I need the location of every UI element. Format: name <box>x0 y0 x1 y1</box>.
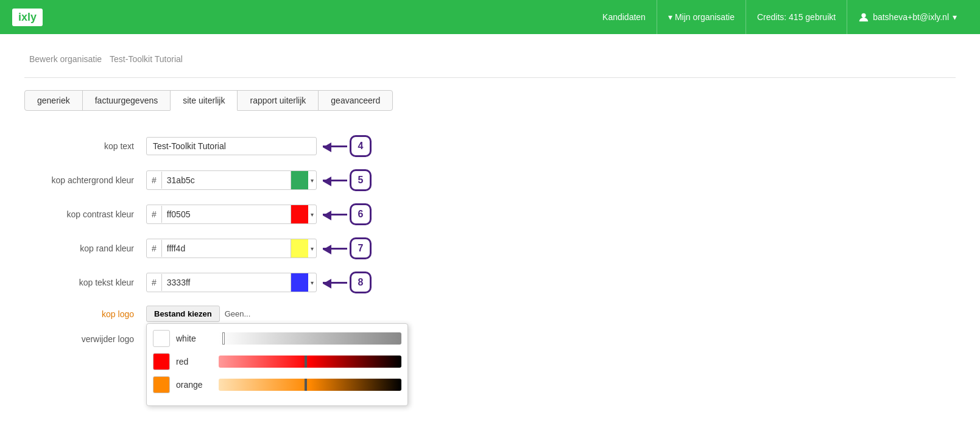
cp-slider-thumb-orange <box>305 379 307 391</box>
cp-slider-orange[interactable] <box>219 379 401 391</box>
kop-tekst-kleur-row: kop tekst kleur # ▾ 8 white <box>24 272 956 293</box>
arrow-8 <box>323 282 347 284</box>
cp-swatch-orange[interactable] <box>153 376 170 393</box>
kop-logo-label: kop logo <box>24 309 146 319</box>
cp-slider-thumb-white <box>222 332 225 345</box>
hash-symbol-3: # <box>147 240 162 257</box>
kop-tekst-color-group: # ▾ <box>146 273 317 292</box>
page-title: Bewerk organisatie Test-Toolkit Tutorial <box>24 52 956 65</box>
badge-6: 6 <box>350 203 372 225</box>
main-content: Bewerk organisatie Test-Toolkit Tutorial… <box>0 34 980 445</box>
form-section: kop text 4 kop achtergrond kleur # ▾ 5 <box>24 129 956 362</box>
cp-swatch-white[interactable] <box>153 330 170 347</box>
cp-label-orange: orange <box>176 380 213 390</box>
kop-contrast-label: kop contrast kleur <box>24 209 146 219</box>
kop-achtergrond-kleur-row: kop achtergrond kleur # ▾ 5 <box>24 169 956 191</box>
arrow-4 <box>323 145 347 147</box>
annotation-7: 7 <box>323 237 372 259</box>
kop-achtergrond-arrow: ▾ <box>308 177 316 184</box>
hash-symbol-1: # <box>147 172 162 189</box>
dropdown-icon: ▾ <box>668 12 672 22</box>
header: ixly Kandidaten ▾ Mijn organisatie Credi… <box>0 0 980 34</box>
arrow-6 <box>323 214 347 215</box>
kop-rand-color-input[interactable] <box>162 240 291 257</box>
kop-tekst-swatch-btn[interactable]: ▾ <box>291 273 316 292</box>
badge-4: 4 <box>350 135 372 157</box>
kop-achtergrond-color-group: # ▾ <box>146 170 317 190</box>
kop-rand-label: kop rand kleur <box>24 244 146 253</box>
verwijder-logo-label: verwijder logo <box>24 334 146 344</box>
kop-tekst-swatch <box>291 273 308 292</box>
tab-generiek[interactable]: generiek <box>24 90 83 111</box>
nav-kandidaten[interactable]: Kandidaten <box>591 12 657 22</box>
kop-text-input[interactable] <box>146 137 317 155</box>
cp-label-white: white <box>176 334 213 343</box>
kop-text-row: kop text 4 <box>24 135 956 157</box>
kop-achtergrond-swatch <box>291 171 308 189</box>
svg-point-0 <box>862 13 866 18</box>
annotation-8: 8 <box>323 272 372 293</box>
file-choose-button[interactable]: Bestand kiezen <box>146 306 220 322</box>
kop-contrast-color-input[interactable] <box>162 206 291 223</box>
title-divider <box>24 77 956 78</box>
tab-factuurgegevens[interactable]: factuurgegevens <box>82 90 171 111</box>
badge-5: 5 <box>350 169 372 191</box>
header-credits: Credits: 415 gebruikt <box>746 12 847 22</box>
kop-contrast-arrow: ▾ <box>308 211 316 218</box>
kop-tekst-arrow: ▾ <box>308 279 316 286</box>
annotation-4: 4 <box>323 135 372 157</box>
header-nav: Kandidaten ▾ Mijn organisatie Credits: 4… <box>591 0 968 34</box>
tab-site-uiterlijk[interactable]: site uiterlijk <box>170 90 238 111</box>
kop-logo-row: kop logo Bestand kiezen Geen... <box>24 306 956 322</box>
arrow-7 <box>323 248 347 250</box>
color-picker-popup: white red orange <box>146 323 408 406</box>
kop-contrast-swatch <box>291 205 308 223</box>
user-dropdown-icon: ▾ <box>953 12 957 22</box>
kop-tekst-label: kop tekst kleur <box>24 278 146 287</box>
header-user[interactable]: batsheva+bt@ixly.nl ▾ <box>847 12 968 23</box>
arrow-5 <box>323 180 347 181</box>
kop-achtergrond-swatch-btn[interactable]: ▾ <box>291 171 316 189</box>
kop-contrast-kleur-row: kop contrast kleur # ▾ 6 <box>24 203 956 225</box>
kop-contrast-color-group: # ▾ <box>146 205 317 224</box>
cp-slider-red[interactable] <box>219 356 401 368</box>
kop-tekst-color-input[interactable] <box>162 274 291 291</box>
cp-label-red: red <box>176 357 213 366</box>
color-picker-row-orange: orange <box>153 376 401 393</box>
kop-rand-swatch-btn[interactable]: ▾ <box>291 239 316 258</box>
file-none-text: Geen... <box>225 309 251 318</box>
kop-achtergrond-color-input[interactable] <box>162 172 291 189</box>
kop-rand-arrow: ▾ <box>308 245 316 252</box>
hash-symbol-2: # <box>147 206 162 223</box>
kop-rand-swatch <box>291 239 308 258</box>
kop-rand-kleur-row: kop rand kleur # ▾ 7 <box>24 237 956 259</box>
kop-rand-color-group: # ▾ <box>146 239 317 258</box>
cp-slider-white[interactable] <box>219 332 401 345</box>
nav-mijn-organisatie[interactable]: ▾ Mijn organisatie <box>657 12 746 22</box>
annotation-5: 5 <box>323 169 372 191</box>
badge-7: 7 <box>350 237 372 259</box>
kop-text-label: kop text <box>24 141 146 151</box>
tabs: generiek factuurgegevens site uiterlijk … <box>24 90 956 111</box>
tab-rapport-uiterlijk[interactable]: rapport uiterlijk <box>237 90 319 111</box>
badge-8: 8 <box>350 272 372 293</box>
kop-achtergrond-label: kop achtergrond kleur <box>24 175 146 185</box>
hash-symbol-4: # <box>147 274 162 291</box>
kop-contrast-swatch-btn[interactable]: ▾ <box>291 205 316 223</box>
color-picker-row-white: white <box>153 330 401 347</box>
cp-slider-thumb-red <box>305 356 307 368</box>
logo[interactable]: ixly <box>12 9 43 26</box>
annotation-6: 6 <box>323 203 372 225</box>
tab-geavanceerd[interactable]: geavanceerd <box>318 90 393 111</box>
user-icon <box>858 12 869 23</box>
cp-swatch-red[interactable] <box>153 353 170 370</box>
color-picker-row-red: red <box>153 353 401 370</box>
